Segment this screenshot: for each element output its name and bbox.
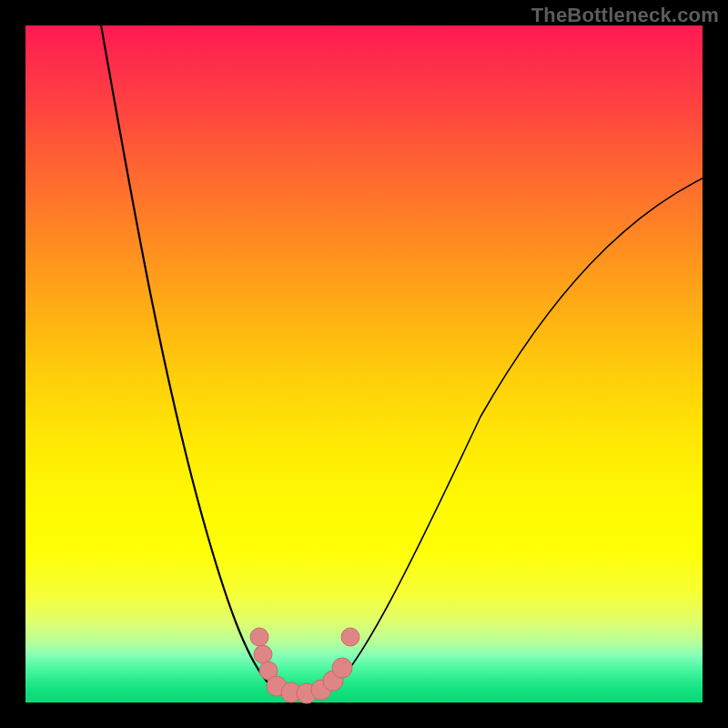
chart-svg	[25, 25, 703, 703]
dot-9	[332, 658, 352, 678]
dot-1	[250, 628, 268, 646]
curve-left-descent	[100, 20, 277, 690]
curve-right-rise	[331, 178, 703, 690]
watermark-text: TheBottleneck.com	[531, 4, 719, 27]
dot-10	[341, 628, 359, 646]
dot-2	[254, 645, 272, 663]
sample-dots	[250, 628, 359, 703]
chart-stage: TheBottleneck.com	[0, 0, 728, 728]
